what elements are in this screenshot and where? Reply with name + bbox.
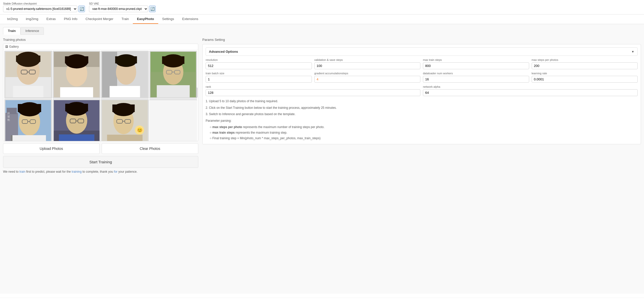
info-line-2: 2. Click on the Start Training button be… [206,105,638,111]
bullet-2-rest: represents the maximum training step. [235,131,287,134]
svg-rect-27 [162,56,184,64]
svg-rect-14 [65,56,88,63]
photo-5[interactable]: 斜 坡 炝 [4,99,52,141]
face-svg-6 [53,100,101,141]
scrollbar-indicator [196,87,198,98]
info-bullets: max steps per photo represents the maxim… [206,125,638,141]
param-resolution: resolution [206,58,312,69]
validation-steps-label: validation & save steps [314,58,421,61]
face-svg-1 [4,52,52,97]
validation-steps-input[interactable] [314,62,421,69]
subtab-inference[interactable]: Inference [21,27,44,35]
params-section: Advanced Options ▼ resolution validation… [202,44,641,144]
tab-extras[interactable]: Extras [42,14,60,24]
info-line-3: 3. Switch to Inference and generate phot… [206,112,638,117]
svg-rect-44 [10,135,46,141]
sd-checkpoint-select[interactable]: v1-5-pruned-emaonly.safetensors [6ce0161… [3,6,77,12]
bullet-3: Final training step = Min(photo_num * ma… [210,136,638,141]
sd-vae-select[interactable]: vae-ft-mse-840000-ema-pruned.ckpt [89,6,148,12]
training-photos-label: Training photos [3,38,198,42]
tab-extensions[interactable]: Extensions [178,14,202,24]
svg-rect-8 [13,86,43,97]
param-max-train-steps: max train steps [423,58,529,69]
tab-txt2img[interactable]: txt2img [3,14,22,24]
sd-checkpoint-label: Stable Diffusion checkpoint [3,2,85,5]
tab-png-info[interactable]: PNG Info [60,14,81,24]
upload-photos-button[interactable]: Upload Photos [3,143,100,154]
param-rank: rank [206,85,420,96]
photo-6[interactable] [53,99,101,141]
right-column: Params Setting Advanced Options ▼ resolu… [202,38,641,173]
photo-2[interactable] [53,51,101,99]
tab-settings[interactable]: Settings [158,14,178,24]
bullet-1-bold: max steps per photo [212,125,242,129]
photo-box-6 [53,100,101,141]
param-validation-steps: validation & save steps [314,58,421,69]
svg-rect-50 [65,104,88,111]
face-svg-4 [149,52,197,97]
left-column: Training photos 🖼 Gallery [3,38,198,173]
gallery-icon: 🖼 [5,45,8,48]
rank-input[interactable] [206,89,420,96]
gradient-accum-label: gradient accumulationsteps [314,72,421,75]
info-line-1: 1. Upload 5 to 10 daily photos of the tr… [206,99,638,104]
svg-rect-15 [60,87,93,97]
tab-train[interactable]: Train [117,14,133,24]
sd-checkpoint-reload-btn[interactable]: 🔄 [78,6,85,12]
face-svg-3 [101,52,149,97]
two-col-layout: Training photos 🖼 Gallery [3,38,641,173]
subtab-train[interactable]: Train [3,27,21,35]
parsing-label: Parameter parsing: [206,118,638,124]
photo-box-5: 斜 坡 炝 [4,100,52,141]
footer: API • Github • Gradio • Startup profile … [0,298,644,300]
resolution-input[interactable] [206,62,312,69]
nav-tabs: txt2img img2img Extras PNG Info Checkpoi… [0,14,644,24]
max-steps-per-photos-input[interactable] [532,62,638,69]
photo-1[interactable] [4,51,52,99]
photo-box-empty [149,100,197,141]
photo-empty[interactable] [149,99,197,141]
max-steps-per-photos-label: max steps per photos [532,58,638,61]
photo-3[interactable] [101,51,149,99]
dataloader-workers-input[interactable] [423,76,529,83]
param-gradient-accum: gradient accumulationsteps [314,72,421,83]
clear-photos-button[interactable]: Clear Photos [102,143,198,154]
start-training-button[interactable]: Start Training [3,156,198,168]
photo-box-7: 😊 [101,100,149,141]
photo-7[interactable]: 😊 [101,99,149,141]
photo-box-2 [53,52,101,97]
tab-easyphoto[interactable]: EasyPhoto [133,14,158,24]
advanced-options-label: Advanced Options [209,50,238,54]
status-text: We need to train first to predict, pleas… [3,170,198,173]
gallery-label: Gallery [9,45,19,48]
info-text: 1. Upload 5 to 10 daily photos of the tr… [206,99,638,141]
advanced-options-header[interactable]: Advanced Options ▼ [206,47,638,56]
status-for-link: for [114,170,117,173]
photo-box-3 [101,52,149,97]
sd-vae-select-wrap: vae-ft-mse-840000-ema-pruned.ckpt 🔄 [89,6,156,12]
face-svg-2 [53,52,101,97]
param-network-alpha: network alpha [423,85,638,96]
photo-4[interactable] [149,51,197,99]
tab-img2img[interactable]: img2img [22,14,42,24]
svg-text:斜: 斜 [7,112,10,115]
learning-rate-input[interactable] [532,76,638,83]
dataloader-workers-label: dataloader num workers [423,72,529,75]
svg-text:坡: 坡 [7,115,10,118]
gallery-header: 🖼 Gallery [3,44,198,50]
sd-vae-reload-btn[interactable]: 🔄 [149,6,156,12]
sd-vae-group: SD VAE vae-ft-mse-840000-ema-pruned.ckpt… [89,2,156,12]
chevron-down-icon: ▼ [631,50,634,54]
max-train-steps-input[interactable] [423,62,529,69]
resolution-label: resolution [206,58,312,61]
batch-size-input[interactable] [206,76,312,83]
reload-icon-2: 🔄 [150,7,155,11]
network-alpha-input[interactable] [423,89,638,96]
svg-rect-4 [16,56,40,62]
gradient-accum-input[interactable] [314,76,421,83]
tab-checkpoint-merger[interactable]: Checkpoint Merger [81,14,117,24]
svg-rect-45 [10,135,12,141]
param-learning-rate: learning rate [532,72,638,83]
photo-box-1 [4,52,52,97]
svg-rect-22 [110,86,140,97]
